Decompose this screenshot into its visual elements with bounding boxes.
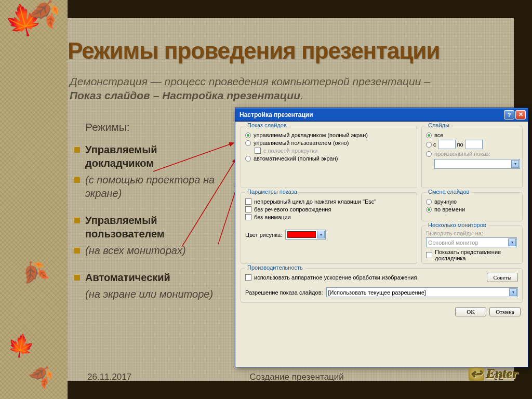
radio-presenter[interactable] (245, 132, 251, 138)
footer-center: Создание презентаций (131, 372, 462, 382)
chevron-down-icon: ▾ (511, 160, 519, 168)
check-label: с полосой прокрутки (263, 148, 317, 154)
close-button[interactable]: ✕ (515, 110, 526, 119)
ok-button[interactable]: ОК (455, 307, 486, 316)
check-label: непрерывный цикл до нажатия клавиши "Esc… (254, 198, 376, 205)
group-slides: Слайды (426, 122, 451, 128)
bullet-icon (74, 217, 80, 223)
left-decorative-strip: 🍁 🍂 🍂 🍁 🍂 (0, 0, 68, 399)
to-label: по (457, 141, 463, 148)
check-noanim[interactable] (245, 214, 251, 220)
enter-label: Enter (486, 366, 518, 382)
radio-label: управляемый пользователем (окно) (254, 140, 349, 146)
color-select[interactable]: ▾ (285, 230, 326, 240)
check-label: использовать аппаратное ускорение обрабо… (254, 274, 417, 281)
from-input[interactable] (438, 140, 456, 149)
dialog-titlebar[interactable]: Настройка презентации ? ✕ (235, 108, 528, 122)
color-label: Цвет рисунка: (245, 232, 282, 238)
radio-label: управляемый докладчиком (полный экран) (254, 132, 368, 138)
radio-range[interactable] (426, 142, 432, 148)
leaf-icon: 🍂 (17, 257, 48, 288)
group-perf: Производительность (245, 264, 305, 271)
radio-label: вручную (434, 198, 457, 205)
check-loop[interactable] (245, 198, 251, 205)
help-button[interactable]: ? (504, 110, 514, 119)
group-monitors: Несколько мониторов (426, 222, 488, 228)
resolution-value: [Использовать текущее разрешение] (328, 289, 508, 296)
check-label: без речевого сопровождения (254, 206, 331, 212)
monout-label: Выводить слайды на: (426, 230, 518, 236)
monitor-value: Основной монитор (428, 240, 507, 246)
settings-dialog: Настройка презентации ? ✕ Показ слайдов … (235, 108, 528, 367)
tips-button[interactable]: Советы (487, 273, 518, 282)
bullet-icon (74, 147, 80, 153)
chevron-down-icon: ▾ (508, 238, 516, 246)
group-show: Показ слайдов (245, 122, 289, 128)
from-label: с (433, 141, 436, 148)
radio-label: по времени (434, 206, 465, 212)
monitor-select: Основной монитор▾ (426, 237, 517, 247)
check-hw[interactable] (245, 274, 251, 281)
group-params: Параметры показа (245, 189, 299, 195)
radio-label: все (434, 132, 443, 138)
bullet-icon (74, 274, 80, 281)
slide-title: Режимы проведения презентации (68, 38, 440, 64)
bullet-icon (74, 177, 80, 183)
group-advance: Смена слайдов (426, 189, 471, 195)
radio-auto[interactable] (245, 156, 251, 162)
bullet-list: Управляемый докладчиком (с помощью проек… (73, 143, 226, 304)
bullet-text: Управляемый пользователем (85, 214, 226, 241)
resolution-select[interactable]: [Использовать текущее разрешение]▾ (326, 287, 518, 297)
dialog-title: Настройка презентации (240, 111, 503, 118)
check-nospeech[interactable] (245, 206, 251, 212)
radio-label: произвольный показ: (434, 151, 490, 157)
subtitle-plain: Демонстрация — процесс проведения компью… (70, 75, 430, 87)
chevron-down-icon: ▾ (317, 231, 325, 238)
radio-all[interactable] (426, 132, 432, 138)
slide-subtitle: Демонстрация — процесс проведения компью… (70, 74, 459, 103)
modes-label: Режимы: (85, 121, 130, 134)
radio-user[interactable] (245, 140, 251, 146)
radio-custom (426, 151, 432, 157)
check-label: без анимации (254, 214, 291, 220)
leaf-icon: 🍂 (26, 360, 55, 389)
color-swatch (287, 231, 316, 238)
bullet-text: (на всех мониторах) (85, 244, 226, 257)
bullet-text: Управляемый докладчиком (85, 143, 226, 170)
bullet-text: Автоматический (85, 271, 226, 284)
radio-label: автоматический (полный экран) (254, 155, 338, 162)
radio-time[interactable] (426, 207, 432, 212)
bullet-text: (на экране или мониторе) (85, 287, 226, 301)
to-input[interactable] (465, 140, 483, 149)
cancel-button[interactable]: Отмена (489, 307, 521, 316)
res-label: Разрешение показа слайдов: (245, 289, 323, 296)
radio-manual[interactable] (426, 199, 432, 205)
check-label: Показать представление докладчика (435, 249, 518, 261)
subtitle-bold: Показ слайдов – Настройка презентации. (70, 89, 303, 101)
bullet-icon (74, 247, 80, 254)
leaf-icon: 🍁 (5, 330, 34, 360)
custom-select: ▾ (434, 159, 520, 169)
enter-button[interactable]: ↩ Enter (469, 366, 518, 382)
check-presview[interactable] (426, 252, 432, 258)
return-icon: ↩ (469, 367, 484, 381)
footer-date: 26.11.2017 (87, 372, 131, 382)
check-scroll (255, 148, 261, 154)
chevron-down-icon: ▾ (509, 288, 517, 296)
bullet-text: (с помощью проектора на экране) (85, 173, 226, 200)
